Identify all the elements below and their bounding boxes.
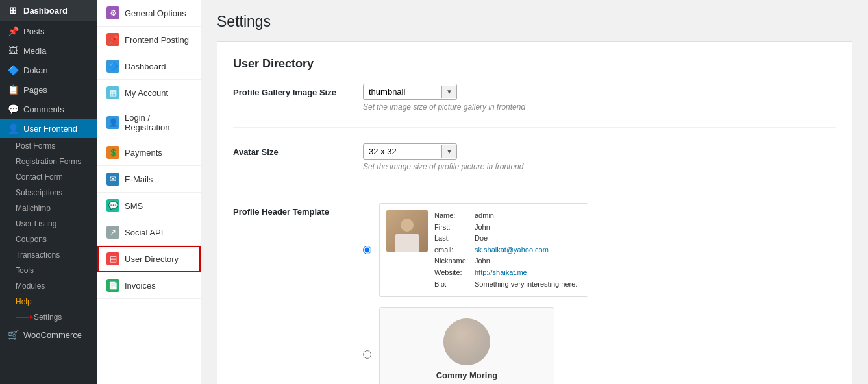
bio-key: Bio: [434, 279, 472, 291]
invoices-icon: 📄 [106, 279, 119, 292]
content-area: Settings User Directory Profile Gallery … [201, 0, 868, 384]
menu-item-general-options[interactable]: ⚙ General Options [97, 0, 201, 27]
sidebar-sub-transactions[interactable]: Transactions [0, 247, 97, 263]
profile-header-template-row: Profile Header Template [233, 203, 836, 384]
sidebar-sub-registration-forms[interactable]: Registration Forms [0, 154, 97, 169]
sidebar-header[interactable]: ⊞ Dashboard [0, 0, 97, 21]
menu-item-my-account[interactable]: ▦ My Account [97, 80, 201, 106]
avatar-size-label: Avatar Size [233, 143, 363, 157]
sidebar-sub-user-listing[interactable]: User Listing [0, 216, 97, 232]
menu-item-label: Payments [125, 148, 162, 158]
sidebar-sub-contact-form[interactable]: Contact Form [0, 169, 97, 185]
first-key: First: [434, 222, 472, 234]
sidebar-item-comments[interactable]: 💬 Comments [0, 99, 97, 119]
sidebar-item-media[interactable]: 🖼 Media [0, 41, 97, 60]
sidebar-item-woocommerce[interactable]: 🛒 WooCommerce [0, 325, 97, 344]
profile-gallery-select[interactable]: thumbnail medium large full [364, 84, 441, 99]
menu-item-dashboard[interactable]: 🔷 Dashboard [97, 53, 201, 80]
dokan-icon: 🔷 [8, 65, 18, 75]
menu-item-label: My Account [125, 88, 168, 98]
sidebar-sub-tools[interactable]: Tools [0, 263, 97, 278]
bio-val: Something very interesting here. [475, 279, 577, 291]
template-card-1: Name: admin First: John Last [379, 203, 588, 297]
nickname-key: Nickname: [434, 256, 472, 267]
sidebar-item-dokan[interactable]: 🔷 Dokan [0, 60, 97, 80]
email-key: email: [434, 245, 472, 256]
template-2-radio[interactable] [363, 350, 371, 359]
menu-item-label: Social API [125, 228, 163, 237]
sidebar-sub-modules[interactable]: Modules [0, 278, 97, 294]
menu-item-social-api[interactable]: ↗ Social API [97, 219, 201, 246]
menu-item-sms[interactable]: 💬 SMS [97, 193, 201, 219]
avatar-size-hint: Set the image size of profile picture in… [363, 162, 836, 171]
profile-header-template-control: Name: admin First: John Last [363, 203, 836, 384]
website-val: http://shaikat.me [475, 267, 527, 279]
profile-gallery-row: Profile Gallery Image Size thumbnail med… [233, 84, 836, 128]
sidebar-item-user-frontend[interactable]: 👤 User Frontend [0, 119, 97, 138]
sidebar-item-label: Pages [23, 85, 47, 95]
emails-icon: ✉ [106, 173, 119, 186]
profile-header-template-label: Profile Header Template [233, 203, 363, 217]
last-val: Doe [475, 233, 488, 245]
general-options-icon: ⚙ [106, 6, 119, 19]
avatar-size-select[interactable]: 32 x 32 48 x 48 64 x 64 96 x 96 [364, 144, 441, 159]
avatar-size-select-wrapper[interactable]: 32 x 32 48 x 48 64 x 64 96 x 96 ▼ [363, 143, 457, 160]
sidebar-sub-post-forms[interactable]: Post Forms [0, 138, 97, 154]
menu-item-label: Invoices [125, 281, 156, 291]
woocommerce-icon: 🛒 [8, 330, 18, 340]
dashboard-settings-icon: 🔷 [106, 60, 119, 73]
profile-gallery-control: thumbnail medium large full ▼ Set the im… [363, 84, 836, 112]
sidebar-sub-mailchimp[interactable]: Mailchimp [0, 200, 97, 216]
sidebar-sub-coupons[interactable]: Coupons [0, 232, 97, 247]
sidebar-item-label: Posts [23, 27, 45, 36]
profile-info-last: Last: Doe [434, 233, 577, 245]
menu-item-label: User Directory [125, 254, 179, 264]
template-2-name: Commy Moring [436, 370, 498, 380]
sidebar-sub-help[interactable]: Help [0, 294, 97, 309]
menu-item-label: General Options [125, 8, 186, 18]
menu-item-login-registration[interactable]: 👤 Login / Registration [97, 106, 201, 139]
profile-info-email: email: sk.shaikat@yahoo.com [434, 245, 577, 256]
section-title: User Directory [233, 57, 836, 71]
sidebar-item-posts[interactable]: 📌 Posts [0, 21, 97, 41]
menu-item-user-directory[interactable]: ▤ User Directory [97, 246, 201, 272]
page-title: Settings [217, 13, 852, 30]
avatar-size-control: 32 x 32 48 x 48 64 x 64 96 x 96 ▼ Set th… [363, 143, 836, 171]
frontend-posting-icon: 📌 [106, 33, 119, 46]
sidebar: ⊞ Dashboard 📌 Posts 🖼 Media 🔷 Dokan 📋 Pa… [0, 0, 97, 384]
main-wrapper: ⚙ General Options 📌 Frontend Posting 🔷 D… [97, 0, 868, 384]
profile-gallery-select-wrapper[interactable]: thumbnail medium large full ▼ [363, 84, 457, 100]
settings-arrow-icon [16, 317, 29, 318]
sidebar-item-label: Comments [23, 104, 64, 114]
menu-item-invoices[interactable]: 📄 Invoices [97, 272, 201, 299]
settings-panel: User Directory Profile Gallery Image Siz… [217, 41, 852, 384]
sidebar-header-label: Dashboard [23, 6, 68, 16]
template-1-radio[interactable] [363, 246, 371, 254]
user-directory-icon: ▤ [106, 252, 119, 265]
menu-item-label: Login / Registration [125, 113, 192, 132]
sidebar-sub-settings[interactable]: Settings [0, 309, 97, 325]
menu-item-frontend-posting[interactable]: 📌 Frontend Posting [97, 27, 201, 53]
sms-icon: 💬 [106, 199, 119, 212]
first-val: John [475, 222, 490, 234]
sidebar-item-pages[interactable]: 📋 Pages [0, 80, 97, 99]
menu-item-emails[interactable]: ✉ E-Mails [97, 166, 201, 193]
profile-info-bio: Bio: Something very interesting here. [434, 279, 577, 291]
menu-item-label: E-Mails [125, 174, 153, 184]
sidebar-sub-subscriptions[interactable]: Subscriptions [0, 185, 97, 200]
template-option-2: Commy Moring Continually implement progr… [363, 307, 836, 384]
template-option-1: Name: admin First: John Last [363, 203, 836, 297]
template-1-avatar [386, 210, 428, 252]
comments-icon: 💬 [8, 104, 18, 114]
my-account-icon: ▦ [106, 86, 119, 99]
menu-item-payments[interactable]: 💲 Payments [97, 139, 201, 166]
menu-item-label: Dashboard [125, 62, 166, 71]
name-val: admin [475, 210, 494, 222]
profile-info-name: Name: admin [434, 210, 577, 222]
payments-icon: 💲 [106, 146, 119, 159]
dashboard-icon: ⊞ [8, 5, 18, 16]
profile-gallery-hint: Set the image size of picture gallery in… [363, 102, 836, 112]
user-frontend-icon: 👤 [8, 123, 18, 134]
template-2-avatar [443, 318, 490, 365]
sidebar-item-label: Dokan [23, 66, 48, 75]
